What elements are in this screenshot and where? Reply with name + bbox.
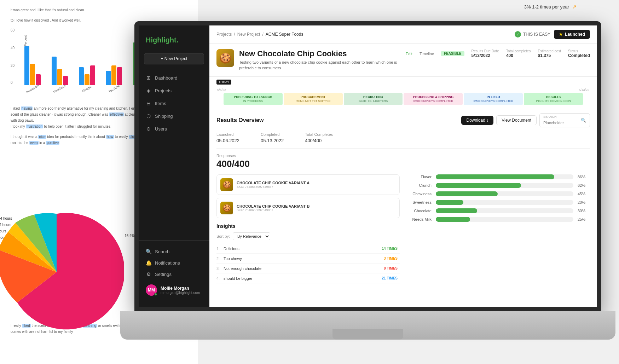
sidebar-settings[interactable]: ⚙ Settings	[146, 268, 202, 280]
project-title-row: 🍪 New Chocolate Chip Cookies Testing two…	[216, 49, 590, 71]
user-info: Mollie Morgan mmorgan@highlight.com	[161, 286, 202, 295]
metric-bar-fill	[436, 208, 477, 213]
sort-select[interactable]: By Relevance	[233, 232, 270, 240]
metric-bar-fill	[436, 174, 554, 179]
launched-button[interactable]: ★ Launched	[554, 30, 590, 39]
sidebar-item-projects[interactable]: ◈ Projects	[139, 84, 209, 97]
insight-row-2: 2. Too chewy 3 TIMES	[216, 254, 400, 264]
results-actions: Download ↓ View Document SEARCH 🔍	[461, 113, 590, 127]
variant-a-sku: SKU: 7348653097349837	[237, 185, 396, 189]
bg-text-1: it was great and I like that it's natura…	[11, 7, 187, 13]
breadcrumb-projects[interactable]: Projects	[216, 32, 232, 37]
total-completes-stat-value: 400/400	[305, 138, 333, 143]
responses-section: Responses 400/400	[216, 154, 590, 169]
results-due-label: Results Due Date	[472, 49, 499, 53]
results-title: Results Overview	[216, 117, 264, 123]
new-project-button[interactable]: + New Project	[144, 53, 204, 64]
bar	[24, 46, 29, 85]
sidebar-notifications[interactable]: 🔔 Notifications	[146, 257, 202, 268]
screen-content: Highlight. + New Project ⊞ Dashboard ◈ P…	[139, 25, 597, 307]
today-badge: TODAY	[216, 80, 231, 85]
user-email: mmorgan@highlight.com	[161, 291, 202, 295]
variant-a-info: CHOCOLATE CHIP COOKIE VARIANT A SKU: 734…	[237, 181, 396, 189]
easy-icon: ✓	[515, 31, 521, 37]
top-nav: Projects / New Project / ACME Super Food…	[209, 25, 597, 44]
tl-label: Procurement	[287, 95, 339, 99]
timeline-infield: In Field 0/500 SURVEYS COMPLETED	[464, 93, 523, 105]
sidebar: Highlight. + New Project ⊞ Dashboard ◈ P…	[139, 25, 209, 307]
metric-bar-fill	[436, 217, 470, 222]
laptop-frame: Highlight. + New Project ⊞ Dashboard ◈ P…	[134, 21, 601, 340]
breadcrumb-new-project[interactable]: New Project	[237, 32, 260, 37]
tl-sublabel: ITEMS NOT YET SHIPPED	[287, 99, 339, 103]
annotation-text: 3% 1-2 times per year	[524, 4, 569, 10]
insight-text: Delicious	[224, 247, 380, 251]
bar-label: YouTube	[107, 83, 121, 94]
download-button[interactable]: Download ↓	[461, 116, 493, 125]
user-profile[interactable]: MM Mollie Morgan mmorgan@highlight.com	[139, 280, 209, 300]
edit-link[interactable]: Edit	[406, 52, 412, 56]
variant-card-a[interactable]: 🍪 CHOCOLATE CHIP COOKIE VARIANT A SKU: 7…	[216, 174, 400, 195]
insight-text: Not enough chocolate	[224, 266, 382, 271]
timeline-link[interactable]: Timeline	[420, 52, 434, 56]
search-input[interactable]	[543, 121, 579, 125]
project-title-info: New Chocolate Chip Cookies Testing two v…	[239, 49, 401, 71]
view-document-button[interactable]: View Document	[496, 115, 537, 125]
insight-row-1: 1. Delicious 14 TIMES	[216, 244, 400, 254]
project-title: New Chocolate Chip Cookies	[239, 49, 401, 58]
metric-pct-crunch: 62%	[578, 183, 590, 187]
settings-label: Settings	[155, 272, 172, 277]
stat-total-completes: Total Completes 400/400	[305, 132, 333, 143]
sidebar-item-dashboard[interactable]: ⊞ Dashboard	[139, 71, 209, 84]
sidebar-item-label: Items	[155, 101, 166, 106]
sort-row: Sort by: By Relevance	[216, 232, 400, 240]
bar	[85, 74, 89, 85]
completed-date: 05.13.2022	[261, 138, 284, 143]
timeline: TODAY 5/5/22 5/13/22 Preparing to Launch…	[209, 77, 597, 108]
timeline-end-date: 5/13/22	[579, 88, 589, 92]
bar	[57, 69, 62, 85]
y-axis-label-20: 20	[11, 63, 15, 69]
star-icon: ★	[559, 32, 563, 37]
bar	[52, 57, 57, 85]
sidebar-item-items[interactable]: ⊟ Items	[139, 97, 209, 110]
insight-text: Too chewy	[224, 256, 382, 261]
stats-row: Launched 05.06.2022 Completed 05.13.2022…	[216, 132, 590, 149]
results-due-date: Results Due Date 5/13/2022	[472, 49, 499, 58]
metric-chocolate: Chocolate 30%	[407, 208, 590, 213]
timeline-dates-row: 5/5/22 5/13/22	[216, 88, 590, 92]
tl-label: In Field	[467, 95, 519, 99]
variant-b-name: CHOCOLATE CHIP COOKIE VARIANT B	[237, 204, 396, 208]
metric-label-chocolate: Chocolate	[407, 209, 432, 213]
top-annotation: 3% 1-2 times per year ↗	[524, 4, 577, 10]
responses-label: Responses	[216, 154, 590, 158]
metric-sweetness: Sweetness 20%	[407, 200, 590, 205]
tl-sublabel: 0/400 HIGHLIGHTERS	[347, 99, 399, 103]
sidebar-item-users[interactable]: ⊙ Users	[139, 122, 209, 135]
sidebar-bottom: 🔍 Search 🔔 Notifications ⚙ Settings	[139, 240, 209, 280]
laptop-screen: Highlight. + New Project ⊞ Dashboard ◈ P…	[134, 21, 601, 311]
insight-num: 1.	[216, 247, 224, 251]
insight-count: 8 TIMES	[382, 266, 400, 271]
bar	[79, 67, 84, 85]
results-due-value: 5/13/2022	[472, 53, 499, 58]
users-icon: ⊙	[146, 126, 151, 132]
metric-pct-needsmilk: 25%	[578, 217, 590, 221]
bar-group-google: Google	[75, 28, 98, 91]
tl-sublabel: 0/500 SURVEYS COMPLETED	[467, 99, 519, 103]
avatar: MM	[146, 284, 157, 296]
sidebar-search[interactable]: 🔍 Search	[146, 246, 202, 257]
metric-bar-fill	[436, 191, 498, 196]
metric-chewiness: Chewiness 45%	[407, 191, 590, 196]
bar	[30, 64, 35, 85]
estimated-cost-label: Estimated cost	[538, 49, 561, 53]
sidebar-item-shipping[interactable]: ⬡ Shipping	[139, 110, 209, 122]
results-section: Results Overview Download ↓ View Documen…	[209, 108, 597, 307]
timeline-procurement: Procurement ITEMS NOT YET SHIPPED	[284, 93, 343, 105]
bar-group-instagram: Instagram	[21, 28, 44, 91]
variant-card-b[interactable]: 🍪 CHOCOLATE CHIP COOKIE VARIANT B SKU: 7…	[216, 198, 400, 218]
timeline-results: Results INSIGHTS COMING SOON	[524, 93, 583, 105]
tl-label: Recruiting	[347, 95, 399, 99]
sidebar-item-label: Projects	[155, 88, 172, 93]
tl-label: Processing & Shipping	[407, 95, 459, 99]
